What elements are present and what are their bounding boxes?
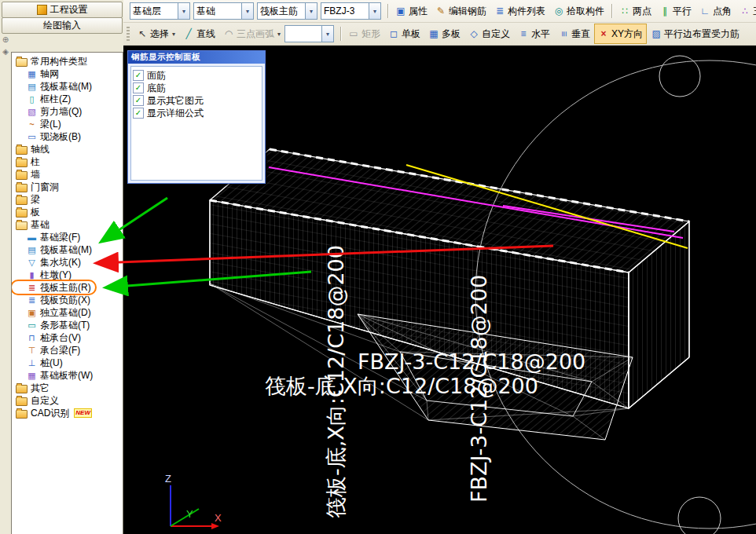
display-option[interactable]: 底筋 [133,82,260,94]
combo-arrow-icon[interactable]: ▾ [178,3,189,19]
toolbar-button[interactable]: 三点辅 [736,1,756,21]
toolbar-combo[interactable]: 基础层 ▾ [130,2,190,20]
toolbar-button[interactable]: 矩形 [344,24,384,44]
tree-item[interactable]: CAD识别 NEW [12,407,96,419]
application-window: 工程设置 绘图输入 常用构件类型 轴网 筏板基础(M) [0,0,756,534]
toolbar-button[interactable]: 三点画弧 ▾ [219,24,284,44]
checkbox-checked-icon[interactable] [133,70,144,81]
toolbar-button-label: 选择 [150,27,169,41]
tree-item[interactable]: 桩承台(V) [12,331,85,344]
tree-item-icon [26,331,38,344]
toolbar-button[interactable]: 单板 [384,24,424,44]
rebar-display-options: 面筋 底筋 显示其它图元 显示详细公式 [130,66,262,181]
dock-tool-icon[interactable] [2,48,9,56]
combo-arrow-icon[interactable]: ▾ [305,3,317,19]
toolbar-button[interactable]: 两点 [615,1,655,21]
checkbox-checked-icon[interactable] [133,82,144,93]
tree-item-label: 基础板带(W) [40,369,93,382]
tree-item[interactable]: 条形基础(T) [12,319,94,331]
tree-item[interactable]: 剪力墙(Q) [12,105,86,118]
tree-item-icon [26,319,38,331]
component-tree: 常用构件类型 轴网 筏板基础(M) 框柱(Z) 剪力墙(Q) [11,52,123,534]
toolbar-button[interactable]: 构件列表 [490,1,549,21]
tree-item-label: 现浇板(B) [40,130,81,143]
tree-item-label: 筏板基础(M) [40,80,92,93]
toolbar-button[interactable]: 编辑钢筋 [431,1,490,21]
display-option[interactable]: 面筋 [133,69,260,82]
toolbar-button-label: 拾取构件 [567,5,604,18]
tree-item[interactable]: 筏板基础(M) [12,80,96,93]
toolbar-separator [387,4,388,18]
checkbox-checked-icon[interactable] [133,108,144,119]
tree-item[interactable]: 板 [12,206,44,218]
toolbar-button-label: 三点画弧 [237,27,274,41]
toolbar-button[interactable]: 垂直 [554,24,594,44]
tree-item-icon [16,159,28,167]
tree-item[interactable]: 筏板负筋(X) [12,294,94,306]
rebar-display-panel-title[interactable]: 钢筋显示控制面板 [128,51,265,64]
toolbar-combo[interactable]: FBZJ-3 ▾ [321,2,381,20]
tree-item[interactable]: 梁(L) [12,118,65,130]
tree-item[interactable]: 筏板主筋(R) [12,281,95,294]
toolbar-button[interactable]: 直线 [179,24,219,44]
tree-item-label: 基础 [31,218,50,231]
tree-item[interactable]: 梁 [12,193,44,206]
toolbar-button[interactable]: 水平 [514,24,554,44]
toolbar-button[interactable]: 平行边布置受力筋 [647,24,743,44]
tree-item[interactable]: 现浇板(B) [12,130,85,143]
toolbar-combo[interactable]: 基础 ▾ [193,2,254,20]
combo-arrow-icon[interactable]: ▾ [369,3,380,19]
tree-item[interactable]: 柱墩(Y) [12,269,75,281]
tree-item[interactable]: 墙 [12,168,44,181]
toolbar-button[interactable]: 自定义 [464,24,514,44]
toolbar-button[interactable]: 属性 [391,1,431,21]
tree-item[interactable]: 桩(U) [12,357,67,369]
toolbar-combo[interactable]: 筏板主筋 ▾ [257,2,317,20]
dock-handle-icon[interactable] [2,36,9,44]
tree-item[interactable]: 常用构件类型 [12,55,91,68]
toolbar-button[interactable]: 拾取构件 [549,1,608,21]
draw-input-button[interactable]: 绘图输入 [2,17,123,34]
toolbar-button-label: 水平 [531,27,550,41]
toolbar-button[interactable]: 点角 [695,1,736,21]
tree-item-label: 承台梁(F) [40,344,80,357]
tree-item[interactable]: 自定义 [12,394,63,407]
toolbar-button-label: 单板 [402,27,420,41]
toolbar-button-icon [468,28,479,39]
display-option[interactable]: 显示其它图元 [133,94,260,107]
tree-item[interactable]: 柱 [12,155,44,168]
arc-options-combo[interactable]: ▾ [284,25,334,42]
tree-item[interactable]: 框柱(Z) [12,93,75,105]
tree-item[interactable]: 基础梁(F) [12,231,84,243]
display-option[interactable]: 显示详细公式 [133,107,260,119]
checkbox-checked-icon[interactable] [133,95,144,106]
tree-item[interactable]: 轴网 [12,68,63,80]
toolbar-grip[interactable] [127,27,130,41]
tree-item[interactable]: 基础 [12,218,53,231]
tree-item[interactable]: 基础板带(W) [12,369,97,382]
toolbar-button[interactable]: 多板 [424,24,464,44]
tree-item[interactable]: 其它 [12,382,53,394]
toolbar-button-icon [494,5,505,16]
toolbar-button[interactable]: XY方向 [594,24,647,44]
dock-strip [1,36,10,56]
toolbar-row-2: 选择 ▾ 直线 三点画弧 ▾ ▾ 矩形 [123,23,756,46]
project-settings-label: 工程设置 [50,3,88,16]
tree-item-label: 轴线 [31,143,50,155]
tree-item[interactable]: 承台梁(F) [12,344,84,357]
rebar-display-panel[interactable]: 钢筋显示控制面板 面筋 底筋 显示其它图元 显示详细公式 [127,50,266,184]
tree-item-label: 基础梁(F) [40,231,80,243]
tree-item[interactable]: 门窗洞 [12,181,63,193]
display-option-label: 面筋 [147,69,166,82]
drawing-area[interactable]: 筏板-底,X向:C12/C18@200 FBZJ-3-C12/C18@200 F… [123,46,756,534]
tree-item[interactable]: 轴线 [12,143,53,155]
toolbar-button[interactable]: 选择 ▾ [133,24,179,44]
combo-arrow-icon[interactable]: ▾ [321,26,333,42]
project-settings-button[interactable]: 工程设置 [2,2,123,18]
tree-item[interactable]: 集水坑(K) [12,256,85,269]
tree-item-icon [26,80,38,93]
tree-item[interactable]: 筏板基础(M) [12,243,96,256]
tree-item[interactable]: 独立基础(D) [12,306,95,319]
toolbar-button[interactable]: 平行 [655,1,695,21]
combo-arrow-icon[interactable]: ▾ [241,3,253,19]
